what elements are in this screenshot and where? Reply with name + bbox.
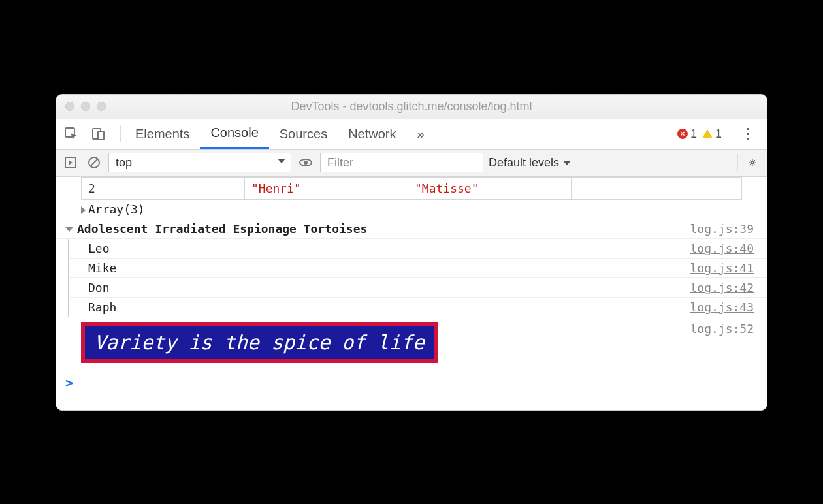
- array-summary-text: Array(3): [88, 202, 758, 216]
- console-settings-icon[interactable]: [743, 155, 762, 170]
- log-text: Leo: [88, 242, 690, 255]
- table-cell-index: 2: [82, 177, 245, 199]
- svg-point-7: [304, 161, 308, 165]
- svg-rect-2: [98, 131, 104, 140]
- svg-point-8: [751, 161, 754, 164]
- error-icon: ×: [677, 129, 688, 139]
- tab-console[interactable]: Console: [200, 119, 268, 149]
- chevron-down-icon: [278, 159, 285, 163]
- table-cell-first: "Henri": [245, 177, 408, 199]
- window-title: DevTools - devtools.glitch.me/console/lo…: [56, 100, 767, 114]
- console-body: 2 "Henri" "Matisse" Array(3) Adolescent …: [56, 177, 767, 410]
- close-window-button[interactable]: [65, 102, 74, 111]
- live-expression-icon[interactable]: [297, 155, 315, 170]
- styled-log-text: Variety is the spice of life: [81, 322, 438, 363]
- console-log-line[interactable]: Mike log.js:41: [69, 259, 767, 278]
- table-row[interactable]: 2 "Henri" "Matisse": [82, 177, 742, 199]
- separator: [730, 125, 730, 142]
- minimize-window-button[interactable]: [81, 102, 90, 111]
- log-text: Mike: [88, 261, 690, 275]
- inspect-element-icon[interactable]: [61, 124, 81, 144]
- settings-menu-icon[interactable]: ⋮: [734, 125, 762, 142]
- devtools-window: DevTools - devtools.glitch.me/console/lo…: [56, 94, 767, 411]
- toggle-drawer-icon[interactable]: [61, 156, 80, 169]
- console-log-line[interactable]: Leo log.js:40: [69, 239, 767, 259]
- group-title: Adolescent Irradiated Espionage Tortoise…: [77, 222, 690, 236]
- log-text: Raph: [88, 300, 690, 314]
- source-link[interactable]: log.js:41: [690, 261, 758, 275]
- svg-line-15: [750, 164, 751, 165]
- expand-arrow-icon[interactable]: [81, 206, 86, 214]
- source-link[interactable]: log.js:52: [690, 322, 758, 336]
- error-count-value: 1: [690, 127, 697, 141]
- collapse-arrow-icon[interactable]: [65, 227, 73, 232]
- source-link[interactable]: log.js:42: [690, 281, 758, 294]
- log-levels-label: Default levels: [489, 156, 559, 170]
- chevron-down-icon: [563, 161, 571, 165]
- svg-line-13: [750, 160, 751, 161]
- warning-count-value: 1: [715, 127, 722, 141]
- table-cell-empty: [572, 177, 742, 199]
- console-table: 2 "Henri" "Matisse": [81, 177, 742, 200]
- tab-sources[interactable]: Sources: [269, 119, 338, 149]
- source-link[interactable]: log.js:39: [690, 222, 758, 236]
- filter-input[interactable]: [320, 153, 483, 172]
- warning-count[interactable]: 1: [702, 127, 722, 141]
- device-toolbar-icon[interactable]: [89, 124, 108, 144]
- context-selector[interactable]: top: [108, 153, 291, 172]
- tab-network[interactable]: Network: [338, 119, 406, 149]
- table-cell-last: "Matisse": [408, 177, 572, 199]
- clear-console-icon[interactable]: [85, 156, 103, 169]
- array-summary-line[interactable]: Array(3): [56, 200, 767, 219]
- log-levels-selector[interactable]: Default levels: [489, 156, 571, 170]
- styled-log-line[interactable]: Variety is the spice of life log.js:52: [56, 317, 767, 368]
- titlebar: DevTools - devtools.glitch.me/console/lo…: [56, 95, 767, 119]
- svg-line-14: [754, 164, 755, 165]
- prompt-chevron-icon: >: [65, 375, 73, 390]
- status-icons: × 1 1: [677, 127, 726, 141]
- warning-icon: [702, 129, 713, 138]
- console-log-line[interactable]: Don log.js:42: [69, 278, 767, 298]
- source-link[interactable]: log.js:40: [690, 242, 758, 255]
- separator: [737, 154, 738, 171]
- tabs-overflow[interactable]: »: [407, 119, 435, 149]
- console-toolbar: top Default levels: [56, 150, 767, 177]
- context-selector-value: top: [116, 156, 132, 170]
- separator: [120, 125, 121, 142]
- tab-elements[interactable]: Elements: [125, 119, 200, 149]
- log-text: Don: [88, 281, 690, 294]
- svg-line-16: [754, 160, 755, 161]
- panel-tabs: Elements Console Sources Network » × 1 1…: [56, 119, 767, 150]
- svg-line-5: [91, 159, 97, 166]
- console-log-line[interactable]: Raph log.js:43: [69, 298, 767, 317]
- console-group-header[interactable]: Adolescent Irradiated Espionage Tortoise…: [56, 219, 767, 239]
- window-controls: [65, 102, 106, 111]
- error-count[interactable]: × 1: [677, 127, 697, 141]
- source-link[interactable]: log.js:43: [690, 300, 758, 314]
- console-group-body: Leo log.js:40 Mike log.js:41 Don log.js:…: [68, 239, 767, 317]
- console-prompt[interactable]: >: [56, 368, 767, 397]
- zoom-window-button[interactable]: [97, 102, 106, 111]
